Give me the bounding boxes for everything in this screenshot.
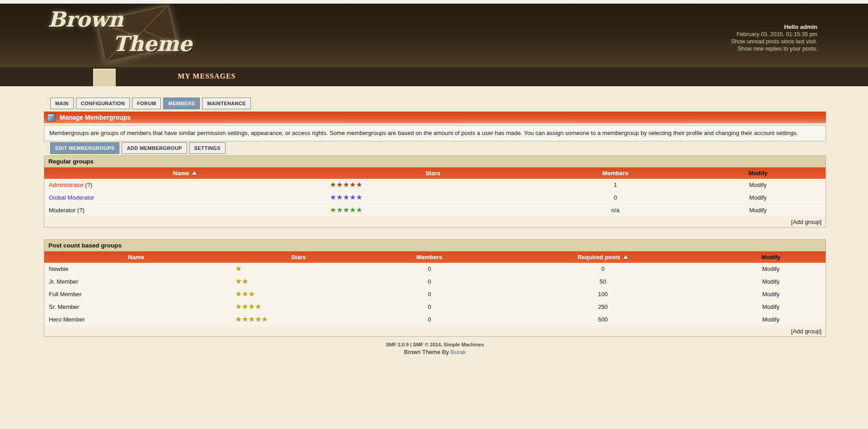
add-group-link[interactable]: [Add group] [791, 328, 821, 335]
group-name-link[interactable]: Jr. Member [49, 278, 78, 285]
unread-posts-link[interactable]: Show unread posts since last visit. [731, 38, 817, 45]
group-name-link[interactable]: Global Moderator [49, 194, 94, 201]
regular-groups-section: Regular groups Name Stars Members Modify… [44, 155, 826, 228]
theme-credit: Brown Theme By Burak [44, 349, 826, 355]
star-rating: ★★★★★ [236, 315, 268, 323]
subtab-bar: EDIT MEMBERGROUPSADD MEMBERGROUPSETTINGS [44, 142, 826, 154]
help-icon[interactable]: ? [47, 113, 55, 121]
group-name-link[interactable]: Hero Member [49, 316, 85, 323]
sort-members-link[interactable]: Members [603, 170, 628, 177]
user-info: Hello admin February 03, 2015, 01:15:35 … [731, 23, 817, 52]
column-header-members: Members [369, 252, 490, 263]
members-count: 1 [540, 179, 690, 191]
active-nav-tab[interactable] [93, 69, 116, 86]
modify-link[interactable]: Modify [749, 207, 766, 214]
admin-tab-bar: MAINCONFIGURATIONFORUMMEMBERSMAINTENANCE [44, 98, 826, 109]
column-header-stars: Stars [228, 252, 369, 263]
table-row: Full Member★★★0100Modify [44, 288, 826, 300]
sort-name-link[interactable]: Name [173, 170, 189, 177]
required-posts: 50 [490, 275, 716, 288]
table-row: Newbie★00Modify [44, 263, 826, 275]
sort-asc-icon [623, 255, 628, 259]
modify-link[interactable]: Modify [749, 194, 766, 201]
post-count-groups-table: Name Stars Members Required posts Modify… [44, 252, 826, 326]
star-rating: ★ [236, 265, 242, 272]
column-header-stars: Stars [326, 168, 540, 179]
page-title: Manage Membergroups [60, 114, 131, 121]
subtab-settings[interactable]: SETTINGS [189, 142, 226, 154]
members-count: 0 [540, 191, 690, 204]
table-row: Global Moderator★★★★★0Modify [44, 191, 826, 204]
modify-link[interactable]: Modify [762, 303, 779, 310]
column-header-required-posts: Required posts [490, 252, 716, 263]
star-rating: ★★ [236, 277, 249, 285]
star-rating: ★★★ [236, 290, 255, 298]
required-posts: 100 [490, 288, 716, 300]
group-help-link[interactable]: (?) [75, 207, 85, 214]
group-name-link[interactable]: Sr. Member [49, 303, 79, 310]
greeting-text: Hello admin [731, 23, 817, 31]
sort-stars-link[interactable]: Stars [425, 170, 440, 177]
admin-tab-forum[interactable]: FORUM [132, 98, 161, 109]
star-rating: ★★★★★ [330, 206, 363, 214]
add-group-row: [Add group] [44, 217, 826, 227]
page-title-bar: ? Manage Membergroups [44, 112, 826, 123]
required-posts: 0 [490, 263, 716, 275]
modify-link[interactable]: Modify [762, 278, 779, 285]
modify-link[interactable]: Modify [749, 182, 766, 188]
members-count: 0 [369, 313, 490, 326]
theme-author-link[interactable]: Burak [451, 349, 466, 355]
sort-members-link[interactable]: Members [416, 254, 442, 261]
members-count: 0 [369, 263, 490, 275]
new-replies-link[interactable]: Show new replies to your posts. [731, 45, 817, 52]
regular-groups-table: Name Stars Members Modify Administrator … [44, 168, 826, 217]
site-logo[interactable]: Brown Theme [45, 5, 217, 62]
members-count: 0 [369, 300, 490, 313]
modify-link[interactable]: Modify [762, 266, 779, 272]
subtab-edit-membergroups[interactable]: EDIT MEMBERGROUPS [50, 142, 119, 154]
browser-top-strip [0, 0, 868, 4]
table-row: Administrator (?)★★★★★1Modify [44, 179, 826, 191]
table-row: Moderator (?)★★★★★n/aModify [44, 204, 826, 216]
modify-link[interactable]: Modify [762, 291, 779, 298]
required-posts: 250 [490, 300, 716, 313]
members-count: 0 [369, 275, 490, 288]
section-title-regular: Regular groups [44, 156, 826, 168]
group-name-link[interactable]: Moderator [49, 207, 75, 214]
table-row: Hero Member★★★★★0500Modify [44, 313, 826, 326]
admin-tab-configuration[interactable]: CONFIGURATION [76, 98, 130, 109]
column-header-name: Name [44, 252, 228, 263]
sort-stars-link[interactable]: Stars [291, 254, 306, 261]
table-header-row: Name Stars Members Required posts Modify [44, 252, 826, 263]
star-rating: ★★★★★ [330, 193, 363, 201]
smf-credits: SMF 2.0.9 | SMF © 2014, Simple Machines [44, 342, 826, 347]
star-rating: ★★★★ [236, 303, 262, 310]
my-messages-link[interactable]: MY MESSAGES [178, 72, 236, 80]
admin-tab-members[interactable]: MEMBERS [163, 98, 200, 109]
table-row: Sr. Member★★★★0250Modify [44, 300, 826, 313]
logo-text-brown: Brown [48, 7, 123, 32]
required-posts: 500 [490, 313, 716, 326]
group-name-link[interactable]: Administrator [49, 182, 84, 188]
post-count-groups-section: Post count based groups Name Stars Membe… [44, 239, 826, 337]
modify-link[interactable]: Modify [762, 316, 779, 323]
table-header-row: Name Stars Members Modify [44, 168, 826, 179]
column-header-modify: Modify [690, 168, 826, 179]
admin-tab-main[interactable]: MAIN [50, 98, 74, 109]
add-group-link[interactable]: [Add group] [791, 219, 821, 225]
section-title-postcount: Post count based groups [44, 240, 826, 252]
site-footer: SMF 2.0.9 | SMF © 2014, Simple Machines … [44, 342, 826, 355]
star-rating: ★★★★★ [330, 181, 363, 188]
sort-required-posts-link[interactable]: Required posts [578, 254, 621, 261]
page-description: Membergroups are groups of members that … [44, 125, 826, 141]
sort-asc-icon [192, 171, 197, 175]
subtab-add-membergroup[interactable]: ADD MEMBERGROUP [122, 142, 187, 154]
group-name-link[interactable]: Newbie [49, 266, 68, 272]
admin-tab-maintenance[interactable]: MAINTENANCE [202, 98, 251, 109]
group-help-link[interactable]: (?) [84, 182, 93, 188]
group-name-link[interactable]: Full Member [49, 291, 81, 298]
logo-text-theme: Theme [113, 32, 192, 56]
sort-name-link[interactable]: Name [128, 254, 144, 261]
column-header-members: Members [540, 168, 690, 179]
main-navbar: MY MESSAGES [0, 67, 868, 86]
